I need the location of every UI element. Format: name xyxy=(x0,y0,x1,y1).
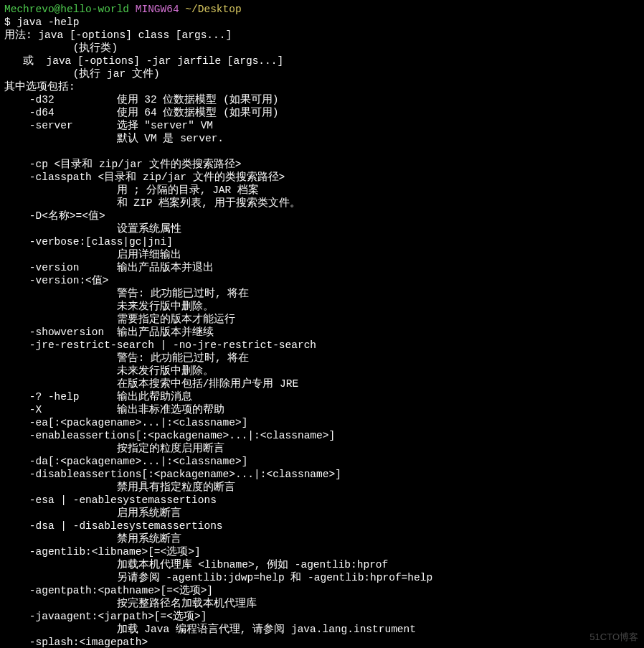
terminal-output: Mechrevo@hello-world MINGW64 ~/Desktop $… xyxy=(0,0,644,648)
prompt-user: Mechrevo@hello-world xyxy=(4,4,129,15)
help-output: 用法: java [-options] class [args...] (执行类… xyxy=(4,29,567,648)
prompt-host: MINGW64 xyxy=(136,4,179,15)
prompt-path: ~/Desktop xyxy=(185,4,241,15)
prompt-symbol: $ xyxy=(4,17,16,28)
command-text[interactable]: java -help xyxy=(16,17,79,28)
